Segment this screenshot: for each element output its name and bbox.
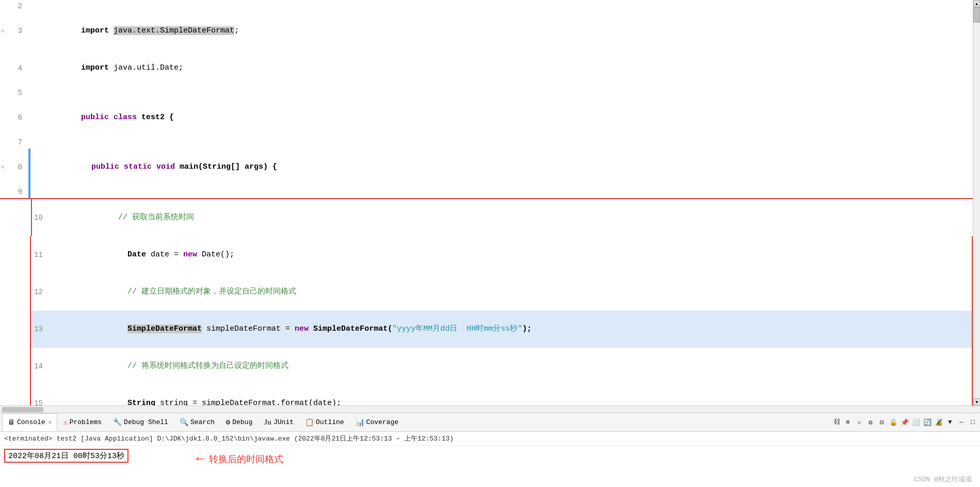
coverage-icon: 📊 — [356, 418, 364, 427]
line-number-6: 6 — [0, 111, 28, 124]
lock-icon[interactable]: 🔒 — [888, 417, 898, 428]
kw-void-8: void — [156, 163, 180, 171]
tools-icon[interactable]: ⚙ — [865, 417, 876, 428]
code-content: 2 ⊖ 3 import java.text.SimpleDateFormat;… — [0, 0, 973, 405]
kw-public-6: public — [81, 113, 114, 122]
console-close[interactable]: ✕ — [49, 419, 52, 426]
line-code-15: String string = simpleDateFormat.format(… — [51, 385, 972, 405]
type-string: String — [127, 399, 160, 405]
tab-problems[interactable]: ⚠ Problems — [57, 413, 107, 431]
copy-icon[interactable]: ⛓ — [831, 417, 842, 428]
outline-icon: 📋 — [305, 418, 314, 427]
collapse-icon-8[interactable]: ⊖ — [1, 161, 5, 173]
code-line-9: 9 — [0, 186, 973, 198]
collapse-icon-3[interactable]: ⊖ — [1, 25, 5, 37]
annotation-text: 转换后的时间格式 — [209, 453, 283, 465]
console-tabs: 🖥 Console ✕ ⚠ Problems 🔧 Debug Shell 🔍 S… — [0, 413, 980, 431]
stop-icon[interactable]: ■ — [843, 417, 853, 428]
tab-outline[interactable]: 📋 Outline — [299, 413, 350, 431]
var-date: date = — [151, 250, 183, 259]
tab-debug-shell[interactable]: 🔧 Debug Shell — [107, 413, 174, 431]
junit-label: JUnit — [274, 418, 294, 426]
var-string: string = simpleDateFormat.format(date); — [160, 399, 341, 405]
pin-icon[interactable]: 📌 — [899, 417, 910, 428]
sdf-type-highlight: SimpleDateFormat — [127, 324, 202, 333]
toolbar-icons: ⛓ ■ ✕ ⚙ ⊟ 🔒 📌 ⬜ 🔄 🔏 ▼ — □ — [831, 417, 978, 428]
line-number-15: 15 — [31, 397, 49, 405]
blue-bar-9 — [28, 186, 30, 198]
vertical-scrollbar[interactable]: ▲ ▼ — [973, 0, 980, 405]
code-line-12: 12 // 建立日期格式的对象，并设定自己的时间格式 — [31, 273, 972, 311]
remove-icon[interactable]: ✕ — [854, 417, 864, 428]
code-line-14: 14 // 将系统时间格式转换为自己设定的时间格式 — [31, 348, 972, 385]
code-line-8: ⊖ 8 public static void main(String[] arg… — [0, 149, 973, 186]
h-scroll-thumb[interactable] — [2, 407, 43, 412]
arrow-annotation: ← 转换后的时间格式 — [196, 451, 283, 467]
console-output-text: 2022年08月21日 00时53分13秒 — [4, 449, 128, 463]
tab-debug[interactable]: ⚙ Debug — [220, 413, 258, 431]
type-date: Date — [127, 250, 151, 259]
code-line-10: 10 // 获取当前系统时间 — [31, 198, 973, 236]
debug-shell-label: Debug Shell — [124, 418, 168, 426]
horizontal-scrollbar[interactable] — [0, 405, 980, 413]
sdf-string: "yyyy年MM月dd日 HH时mm分ss秒" — [392, 324, 522, 333]
semicolon-3: ; — [234, 26, 239, 35]
coverage-label: Coverage — [366, 418, 398, 426]
line-number-3: ⊖ 3 — [0, 25, 28, 37]
expand-icon[interactable]: ⬜ — [911, 417, 921, 428]
comment-14: // 将系统时间格式转换为自己设定的时间格式 — [127, 362, 288, 370]
scroll-up-arrow[interactable]: ▲ — [973, 0, 980, 7]
console-body: 2022年08月21日 00时53分13秒 ← 转换后的时间格式 CSDN @秋… — [0, 446, 980, 487]
console-output-area: <terminated> test2 [Java Application] D:… — [0, 431, 980, 487]
tab-junit[interactable]: Ju JUnit — [258, 413, 299, 431]
more-icon[interactable]: ▼ — [945, 417, 955, 428]
line-number-7: 7 — [0, 136, 28, 149]
line-code-14: // 将系统时间格式转换为自己设定的时间格式 — [51, 348, 972, 385]
debug-shell-icon: 🔧 — [113, 418, 122, 427]
line-code-6: public class test2 { — [30, 99, 973, 136]
line-number-10: 10 — [31, 212, 49, 224]
restore-icon[interactable]: 🔄 — [922, 417, 933, 428]
kw-class-6: class — [114, 113, 141, 122]
scroll-thumb[interactable] — [973, 7, 980, 23]
date-constr: Date(); — [202, 250, 234, 259]
line-code-11: Date date = new Date(); — [51, 236, 972, 273]
code-line-7: 7 — [0, 136, 973, 149]
line-code-13: SimpleDateFormat simpleDateFormat = new … — [51, 311, 972, 348]
problems-label: Problems — [70, 418, 102, 426]
collapse-all-icon[interactable]: ⊟ — [877, 417, 887, 428]
code-area: 2 ⊖ 3 import java.text.SimpleDateFormat;… — [0, 0, 980, 413]
line-number-4: 4 — [0, 62, 28, 74]
line-code-12: // 建立日期格式的对象，并设定自己的时间格式 — [51, 273, 972, 311]
junit-icon: Ju — [264, 418, 271, 427]
search-label: Search — [190, 418, 215, 426]
code-line-13: 13 SimpleDateFormat simpleDateFormat = n… — [31, 311, 972, 348]
maximize-icon[interactable]: □ — [968, 417, 978, 428]
line-number-14: 14 — [31, 360, 49, 372]
red-arrow-icon: ← — [196, 451, 205, 467]
kw-new-13: new — [295, 324, 313, 333]
kw-new-11: new — [183, 250, 202, 259]
line-number-8: ⊖ 8 — [0, 161, 28, 173]
kw-public-8: public — [91, 163, 124, 171]
problems-icon: ⚠ — [63, 418, 67, 427]
code-line-3: ⊖ 3 import java.text.SimpleDateFormat; — [0, 12, 973, 50]
tab-console[interactable]: 🖥 Console ✕ — [2, 413, 57, 431]
code-line-11: 11 Date date = new Date(); — [31, 236, 972, 273]
keyword-import: import — [81, 26, 114, 35]
tab-search[interactable]: 🔍 Search — [174, 413, 220, 431]
keyword-import-4: import — [81, 63, 114, 72]
line-number-13: 13 — [31, 323, 49, 335]
minimize-icon[interactable]: — — [956, 417, 967, 428]
line-code-3: import java.text.SimpleDateFormat; — [30, 12, 973, 50]
line-number-9: 9 — [0, 186, 28, 198]
code-line-5: 5 — [0, 87, 973, 99]
watermark: CSDN @秋之叶滋滋 — [914, 475, 972, 484]
scroll-down-arrow[interactable]: ▼ — [973, 398, 980, 405]
scroll-lock-icon[interactable]: 🔏 — [934, 417, 944, 428]
search-icon: 🔍 — [180, 418, 188, 427]
code-line-6: 6 public class test2 { — [0, 99, 973, 136]
line-number-5: 5 — [0, 87, 28, 99]
tab-coverage[interactable]: 📊 Coverage — [350, 413, 404, 431]
debug-label: Debug — [232, 418, 252, 426]
